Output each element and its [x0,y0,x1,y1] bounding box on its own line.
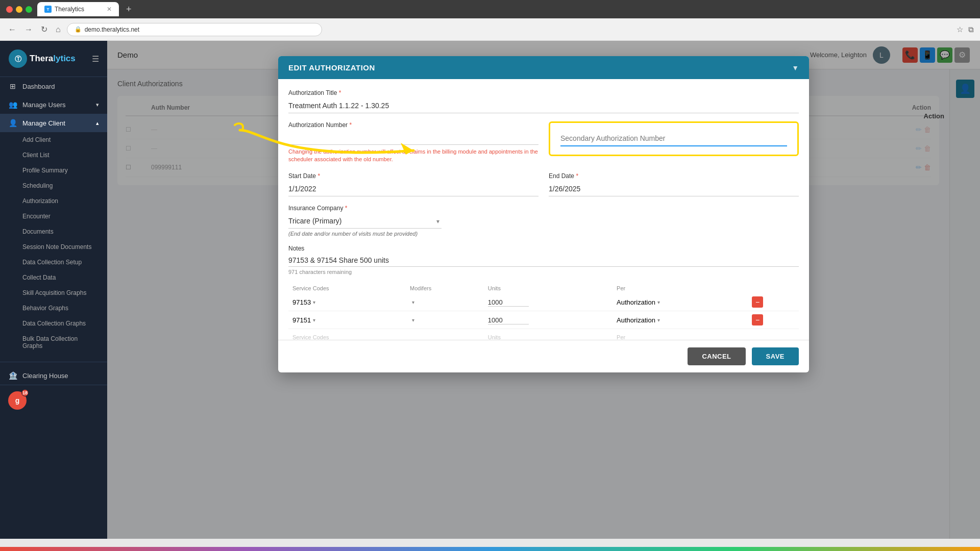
dashboard-icon: ⊞ [8,82,17,90]
cancel-button[interactable]: CANCEL [688,347,745,365]
tab-favicon: T [44,6,52,13]
sidebar-sub-encounter[interactable]: Encounter [22,209,107,224]
required-marker2: * [349,121,352,129]
sidebar-sub-add-client[interactable]: Add Client [22,132,107,147]
forward-button[interactable]: → [22,23,35,36]
auth-number-section: Authorization Number * Changing the auth… [288,121,538,164]
char-count: 971 characters remaining [288,269,799,275]
bottom-bar [0,547,980,551]
sidebar-sub-authorization[interactable]: Authorization [22,193,107,209]
window-controls [6,6,32,13]
modal-close-button[interactable]: ▼ [792,69,799,72]
auth-title-value: Treatment Auth 1.1.22 - 1.30.25 [288,98,799,113]
address-bar[interactable]: 🔒 demo.theralytics.net [67,23,322,36]
auth-number-label: Authorization Number * [288,121,538,129]
auth-title-label: Authorization Title * [288,89,799,96]
hamburger-icon[interactable]: ☰ [92,54,99,64]
per-header: Per [612,283,748,293]
main-content: Demo Welcome, Leighton L 📞 📱 💬 ⚙ Client … [107,41,980,539]
end-date-label: End Date * [549,172,799,180]
secondary-auth-section [549,121,799,156]
sidebar-bottom: 🏦 Clearing House [0,362,107,385]
sidebar-item-clearing-house[interactable]: 🏦 Clearing House [0,366,107,385]
start-date-section: Start Date * 1/1/2022 [288,172,538,196]
sidebar: Ⓣ Theralytics ☰ ⊞ Dashboard 👥 Manage Use… [0,41,107,539]
sidebar-sub-bulk-data[interactable]: Bulk Data Collection Graphs [22,331,107,354]
sidebar-sub-documents[interactable]: Documents [22,224,107,239]
required-marker5: * [345,205,348,212]
per-2-dropdown-icon[interactable]: ▾ [657,317,660,323]
modifiers-header: Modifers [406,283,484,293]
logo-text: Theralytics [30,54,76,64]
service-row-2: 97151 ▾ ▾ [288,311,799,329]
chevron-up-icon: ▴ [96,120,99,127]
modal-title: EDIT AUTHORIZATION [288,69,375,72]
new-tab-button[interactable]: + [126,4,132,15]
reload-button[interactable]: ↻ [39,22,50,36]
sidebar-item-label: Manage Users [22,101,66,109]
tab-close-icon[interactable]: ✕ [107,6,112,13]
units-header: Units [484,283,612,293]
dates-section: Start Date * 1/1/2022 End Date * [288,172,799,196]
sidebar-item-manage-client[interactable]: 👤 Manage Client ▴ [0,114,107,132]
modal-footer: CANCEL SAVE [278,340,809,372]
units-label-partial: Units [488,334,501,340]
sidebar-logo: Ⓣ Theralytics ☰ [0,41,107,77]
maximize-dot[interactable] [26,6,32,13]
sidebar-sub-data-collection-setup[interactable]: Data Collection Setup [22,255,107,270]
close-dot[interactable] [6,6,13,13]
sidebar-user: g 18 [0,385,107,416]
start-date-label: Start Date * [288,172,538,180]
sidebar-item-dashboard[interactable]: ⊞ Dashboard [0,77,107,95]
per-dropdown-icon[interactable]: ▾ [657,299,660,305]
address-text: demo.theralytics.net [85,26,139,33]
sidebar-sub-client-list[interactable]: Client List [22,147,107,163]
auth-number-row: Authorization Number * Changing the auth… [288,121,799,164]
per-1-value: Authorization [617,298,655,306]
sidebar-sub-session-note[interactable]: Session Note Documents [22,239,107,255]
sidebar-item-manage-users[interactable]: 👥 Manage Users ▾ [0,95,107,114]
insurance-select[interactable]: Tricare (Primary) [288,214,442,229]
sidebar-sub-skill-graphs[interactable]: Skill Acquisition Graphs [22,285,107,300]
sidebar-sub-behavior-graphs[interactable]: Behavior Graphs [22,300,107,316]
user-notification-badge: 18 [21,389,29,396]
edit-authorization-modal: EDIT AUTHORIZATION ▼ Authorization Title… [278,69,809,372]
chevron-down-icon: ▾ [96,102,99,108]
browser-tab[interactable]: T Theralytics ✕ [37,2,119,16]
secondary-auth-input[interactable] [560,131,787,146]
save-button[interactable]: SAVE [752,347,799,365]
per-2-value: Authorization [617,316,655,324]
modal-overlay: EDIT AUTHORIZATION ▼ Authorization Title… [107,69,949,539]
modal-body: Authorization Title * Treatment Auth 1.1… [278,79,809,340]
sidebar-sub-scheduling[interactable]: Scheduling [22,178,107,193]
service-2-dropdown-icon[interactable]: ▾ [313,317,315,323]
required-marker: * [339,89,341,96]
tab-title: Theralytics [55,6,84,13]
modifier-2-dropdown-icon[interactable]: ▾ [412,317,414,323]
delete-service-row-2-button[interactable]: − [752,314,763,325]
required-marker4: * [576,172,578,180]
service-dropdown-icon[interactable]: ▾ [313,299,315,305]
end-date-value[interactable]: 1/26/2025 [549,182,799,196]
units-2-input[interactable] [488,316,529,324]
clearing-house-icon: 🏦 [8,371,17,380]
svg-text:Ⓣ: Ⓣ [15,55,22,63]
home-button[interactable]: ⌂ [54,23,63,36]
service-code-1-value: 97153 [292,298,311,306]
extensions-icon[interactable]: ⧉ [968,25,974,34]
units-1-input[interactable] [488,298,529,307]
sidebar-sub-collect-data[interactable]: Collect Data [22,270,107,285]
sidebar-sub-profile-summary[interactable]: Profile Summary [22,163,107,178]
manage-client-icon: 👤 [8,119,17,127]
service-codes-header: Service Codes [288,283,406,293]
star-icon[interactable]: ☆ [957,25,963,34]
minimize-dot[interactable] [16,6,22,13]
back-button[interactable]: ← [6,23,18,36]
sidebar-sub-data-collection-graphs[interactable]: Data Collection Graphs [22,316,107,331]
start-date-value[interactable]: 1/1/2022 [288,182,538,196]
page-area: Client Authorizations Auth Number Auth T… [107,69,949,539]
service-row-3-partial: Service Codes Units Per [288,329,799,340]
modifier-dropdown-icon[interactable]: ▾ [412,299,414,305]
notes-input[interactable] [288,254,799,267]
delete-service-row-1-button[interactable]: − [752,296,763,308]
